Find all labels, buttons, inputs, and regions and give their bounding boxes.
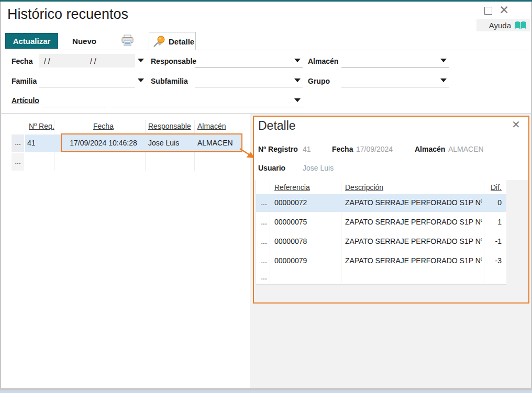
almacen-input[interactable]: [341, 54, 449, 68]
responsable-dropdown-icon[interactable]: [294, 59, 301, 62]
fecha-filter-label: Fecha: [12, 57, 32, 65]
responsable-input[interactable]: [195, 54, 303, 68]
detail-fecha-label: Fecha: [332, 145, 353, 153]
detail-cell-desc[interactable]: ZAPATO SERRAJE PERFORADO S1P Nº 4: [345, 256, 482, 265]
window-border-left: [0, 2, 1, 388]
detail-cell-desc[interactable]: ZAPATO SERRAJE PERFORADO S1P Nº 4: [345, 218, 482, 226]
book-icon: [514, 21, 527, 30]
print-button[interactable]: [119, 33, 135, 48]
page-title: Histórico recuentos: [7, 6, 128, 23]
cell-num[interactable]: 41: [27, 139, 36, 147]
detail-row-selector[interactable]: ...: [259, 218, 269, 226]
detail-panel-title: Detalle: [258, 119, 296, 133]
detail-cell-ref[interactable]: 00000072: [274, 198, 307, 207]
detail-cell-desc[interactable]: ZAPATO SERRAJE PERFORADO S1P Nº 4: [345, 237, 482, 245]
detail-cell-dif[interactable]: 1: [476, 218, 502, 226]
row-selector-cell[interactable]: ...: [12, 134, 24, 152]
detail-cell-ref[interactable]: 00000075: [274, 218, 307, 226]
articulo-desc-input[interactable]: [111, 94, 304, 107]
row-selector-cell-new[interactable]: ...: [12, 153, 24, 171]
detail-row-selector-new[interactable]: ...: [259, 273, 269, 281]
familia-input[interactable]: [39, 74, 135, 87]
detail-usuario-value: Jose Luis: [303, 164, 334, 172]
subfamilia-filter-label: Subfamilia: [151, 77, 188, 85]
articulo-dropdown-icon[interactable]: [294, 98, 301, 102]
detail-row-selector[interactable]: ...: [259, 198, 269, 207]
familia-dropdown-icon[interactable]: [138, 78, 144, 82]
app-window: Histórico recuentos ✕ Ayuda Actualizar N…: [0, 0, 532, 393]
detail-usuario-label: Usuario: [258, 164, 285, 172]
familia-filter-label: Familia: [12, 77, 37, 85]
tab-detalle[interactable]: Detalle: [149, 32, 196, 50]
detail-table-bottom-line: [256, 284, 506, 285]
main-col-header-responsable[interactable]: Responsable: [148, 122, 191, 130]
responsable-filter-label: Responsable: [151, 57, 196, 65]
new-button[interactable]: Nuevo: [62, 33, 107, 49]
subfamilia-dropdown-icon[interactable]: [294, 78, 301, 82]
help-button[interactable]: Ayuda: [476, 19, 530, 31]
close-icon[interactable]: ✕: [499, 5, 509, 15]
maximize-icon[interactable]: [484, 7, 492, 15]
detail-cell-ref[interactable]: 00000078: [274, 237, 307, 245]
detail-cell-dif[interactable]: -3: [476, 256, 502, 265]
main-col-header-num[interactable]: Nº Req.: [29, 122, 54, 130]
detail-fecha-value: 17/09/2024: [356, 145, 393, 153]
main-col-header-fecha[interactable]: Fecha: [62, 122, 145, 130]
window-shadow: [0, 390, 532, 393]
fecha-from-input[interactable]: / /: [44, 57, 50, 65]
grupo-input[interactable]: [341, 74, 449, 87]
grupo-filter-label: Grupo: [308, 77, 330, 85]
detail-numreg-value: 41: [303, 145, 311, 153]
content-separator: [0, 113, 532, 114]
detail-row-selector[interactable]: ...: [259, 237, 269, 245]
detail-col-header-descripcion[interactable]: Descripción: [345, 183, 383, 192]
detail-cell-ref[interactable]: 00000079: [274, 256, 307, 265]
fecha-to-input[interactable]: / /: [90, 57, 96, 65]
almacen-filter-label: Almacén: [308, 57, 338, 65]
detail-row-selector[interactable]: ...: [259, 256, 269, 265]
articulo-code-input[interactable]: [42, 94, 107, 107]
annotation-rect: [61, 133, 242, 152]
detail-col-header-dif[interactable]: Dif.: [482, 183, 502, 192]
subfamilia-input[interactable]: [195, 74, 303, 87]
almacen-dropdown-icon[interactable]: [440, 59, 447, 62]
detail-cell-dif[interactable]: -1: [476, 237, 502, 245]
articulo-filter-link[interactable]: Artículo: [12, 96, 39, 105]
fecha-range-box: [39, 54, 135, 68]
refresh-button[interactable]: Actualizar: [5, 33, 58, 49]
detail-cell-desc[interactable]: ZAPATO SERRAJE PERFORADO S1P Nº 4: [345, 198, 482, 207]
help-label: Ayuda: [489, 21, 511, 30]
toolbar-separator: [0, 50, 532, 50]
detail-col-header-referencia[interactable]: Referencia: [274, 183, 310, 192]
grupo-dropdown-icon[interactable]: [440, 78, 447, 82]
detail-almacen-label: Almacén: [415, 145, 445, 153]
detail-cell-dif[interactable]: 0: [476, 198, 502, 207]
window-top-accent: [0, 0, 532, 2]
detail-numreg-label: Nº Registro: [258, 145, 298, 153]
fecha-dropdown-icon[interactable]: [138, 59, 144, 62]
tab-detalle-label: Detalle: [169, 37, 194, 46]
main-col-header-almacen[interactable]: Almacén: [197, 122, 226, 130]
printer-icon: [120, 35, 135, 48]
detail-close-icon[interactable]: ✕: [512, 119, 520, 130]
pushpin-icon: [153, 35, 165, 48]
detail-almacen-value: ALMACEN: [448, 145, 484, 153]
